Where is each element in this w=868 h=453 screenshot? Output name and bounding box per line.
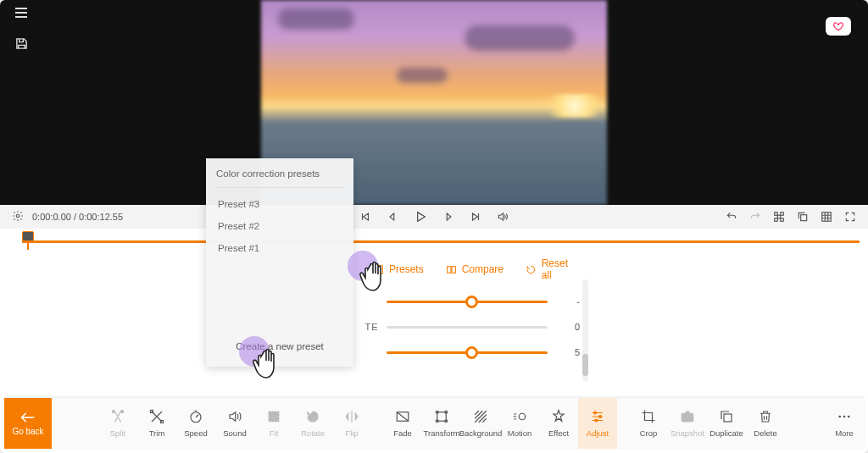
- slider-track[interactable]: [387, 351, 547, 354]
- volume-icon[interactable]: [497, 211, 509, 223]
- tool-snapshot: Snapshot: [668, 398, 707, 449]
- slider-thumb[interactable]: [465, 346, 478, 359]
- compare-button[interactable]: Compare: [446, 263, 504, 275]
- tool-sound[interactable]: Sound: [215, 398, 254, 449]
- skip-start-icon[interactable]: [359, 211, 371, 223]
- hamburger-menu-icon[interactable]: [14, 7, 28, 22]
- more-button[interactable]: More: [825, 398, 864, 449]
- slider-value: -: [556, 296, 580, 307]
- adjust-panel: Presets Compare Reset all - TE 0 5: [0, 251, 868, 396]
- favorite-button[interactable]: [826, 17, 851, 36]
- preset-item[interactable]: Preset #2: [216, 215, 343, 237]
- timeline-track[interactable]: [22, 240, 860, 243]
- reset-label: Reset all: [542, 257, 580, 281]
- adjust-slider-2: TE 0: [356, 322, 580, 332]
- slider-value: 5: [556, 347, 580, 357]
- tool-label: Rotate: [301, 428, 325, 438]
- slider-thumb[interactable]: [465, 296, 478, 308]
- svg-rect-28: [724, 414, 732, 422]
- slider-track[interactable]: [387, 301, 547, 303]
- panel-scrollbar[interactable]: [582, 279, 588, 381]
- copy-icon[interactable]: [797, 211, 809, 223]
- svg-rect-9: [447, 266, 450, 273]
- highlight-circle: [239, 336, 270, 367]
- tool-label: Transform: [424, 428, 460, 438]
- playback-controls: [359, 210, 509, 224]
- svg-point-0: [16, 214, 19, 218]
- presets-popup-title: Color correction presets: [216, 168, 343, 188]
- svg-rect-15: [271, 414, 276, 419]
- tool-effect[interactable]: Effect: [539, 398, 578, 449]
- tool-motion[interactable]: Motion: [500, 398, 539, 449]
- preset-item[interactable]: Preset #3: [216, 193, 343, 215]
- video-preview-area: [0, 0, 868, 205]
- tool-label: Duplicate: [709, 428, 743, 438]
- slider-track[interactable]: [387, 326, 547, 329]
- tool-rotate: Rotate: [293, 398, 332, 449]
- tool-background[interactable]: Background: [461, 398, 500, 449]
- app-window: 0:00:0.00 / 0:00:12.55 Presets: [0, 0, 868, 453]
- create-preset-button[interactable]: Create a new preset: [216, 333, 343, 360]
- svg-rect-5: [781, 218, 784, 222]
- tool-label: Flip: [345, 428, 358, 438]
- next-frame-icon[interactable]: [442, 211, 454, 223]
- tool-delete[interactable]: Delete: [746, 398, 785, 449]
- tool-label: Motion: [508, 428, 532, 438]
- tool-split: Split: [98, 398, 137, 449]
- svg-rect-7: [822, 213, 832, 222]
- tool-label: Sound: [223, 428, 246, 438]
- checker-icon[interactable]: [773, 211, 785, 223]
- scrollbar-thumb[interactable]: [582, 354, 588, 376]
- fullscreen-icon[interactable]: [844, 211, 856, 223]
- tool-speed[interactable]: Speed: [176, 398, 215, 449]
- go-back-label: Go back: [12, 427, 43, 436]
- go-back-button[interactable]: Go back: [4, 398, 52, 449]
- undo-icon[interactable]: [726, 211, 737, 223]
- reset-all-button[interactable]: Reset all: [526, 257, 580, 281]
- play-icon[interactable]: [414, 210, 427, 224]
- presets-popup: Color correction presets Preset #3 Prese…: [206, 158, 353, 367]
- tools-row: SplitTrimSpeedSoundFitRotateFlipFadeTran…: [52, 398, 825, 449]
- svg-rect-6: [801, 215, 807, 221]
- redo-icon[interactable]: [749, 211, 761, 223]
- grid-icon[interactable]: [821, 211, 832, 223]
- tool-fade[interactable]: Fade: [383, 398, 422, 449]
- svg-point-24: [599, 416, 602, 418]
- left-rail: [0, 0, 42, 205]
- skip-end-icon[interactable]: [470, 211, 481, 223]
- tool-duplicate[interactable]: Duplicate: [707, 398, 746, 449]
- timeline[interactable]: [0, 229, 868, 251]
- tool-label: Effect: [548, 428, 569, 438]
- svg-point-25: [595, 419, 598, 422]
- presets-button[interactable]: Presets: [373, 263, 424, 275]
- preset-item[interactable]: Preset #1: [216, 237, 343, 259]
- tool-label: Split: [110, 428, 125, 438]
- tool-adjust[interactable]: Adjust: [578, 398, 617, 449]
- svg-point-31: [848, 416, 850, 418]
- svg-point-30: [843, 416, 846, 418]
- tool-label: Adjust: [587, 428, 609, 438]
- tool-transform[interactable]: Transform: [422, 398, 461, 449]
- tool-label: Speed: [184, 428, 207, 438]
- slider-value: 0: [556, 322, 580, 332]
- adjust-slider-3: 5: [356, 347, 580, 357]
- tool-label: Trim: [149, 428, 165, 438]
- svg-point-27: [686, 416, 690, 420]
- more-label: More: [835, 428, 854, 438]
- compare-label: Compare: [462, 263, 504, 275]
- tool-flip: Flip: [332, 398, 371, 449]
- slider-label: TE: [356, 322, 378, 332]
- tool-trim[interactable]: Trim: [137, 398, 176, 449]
- prev-frame-icon[interactable]: [387, 211, 398, 223]
- playback-bar: 0:00:0.00 / 0:00:12.55: [0, 205, 868, 229]
- svg-rect-4: [775, 218, 778, 222]
- playbar-right-controls: [726, 211, 856, 223]
- timeline-playhead[interactable]: [22, 231, 34, 248]
- playback-settings-icon[interactable]: [12, 210, 24, 224]
- tool-label: Fit: [270, 428, 279, 438]
- save-icon[interactable]: [15, 37, 28, 53]
- tool-label: Snapshot: [670, 428, 704, 438]
- tool-crop[interactable]: Crop: [629, 398, 668, 449]
- adjust-slider-1: -: [356, 296, 580, 307]
- adjust-actions: Presets Compare Reset all: [373, 257, 580, 281]
